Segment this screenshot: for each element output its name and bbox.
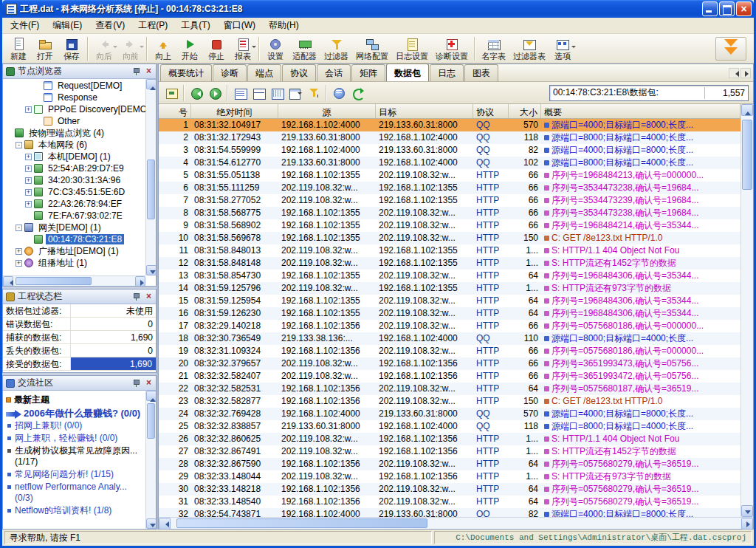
restore-button[interactable]: [719, 1, 735, 16]
dropdown-arrow-icon[interactable]: [571, 46, 576, 50]
tree-item[interactable]: 组播地址 (1): [3, 257, 145, 269]
packet-row[interactable]: 2908:32:33.148044202.119.108.32:w...192.…: [159, 470, 740, 483]
tree-item[interactable]: Other: [3, 115, 145, 127]
topic-link[interactable]: Netflow的培训资料! (1/8): [6, 505, 144, 516]
packet-row[interactable]: 2208:32:32.582531192.168.1.102:1356202.1…: [159, 383, 740, 395]
packet-row[interactable]: 2308:32:32.582877192.168.1.102:1356202.1…: [159, 395, 740, 408]
tree-expander-icon[interactable]: [16, 248, 22, 255]
dropdown-arrow-icon[interactable]: [140, 46, 144, 50]
columns-button[interactable]: [287, 85, 303, 101]
filter-table-button[interactable]: 过滤器表: [509, 35, 549, 62]
menu-item[interactable]: 工具(T): [174, 17, 216, 34]
packet-row[interactable]: 308:31:54.559999192.168.1.102:4000219.13…: [159, 144, 740, 157]
report-button[interactable]: 报表: [230, 35, 256, 62]
scroll-left-icon[interactable]: [159, 518, 171, 530]
menu-item[interactable]: 窗口(W): [217, 17, 262, 34]
column-header-5[interactable]: 大小: [509, 104, 541, 118]
scroll-right-icon[interactable]: [135, 276, 145, 286]
network-config-button[interactable]: 网络配置: [352, 35, 392, 62]
topic-link[interactable]: 生成树协议极其常见故障原因... (1/17): [6, 445, 144, 467]
table-horizontal-scrollbar[interactable]: [159, 517, 753, 529]
scroll-down-icon[interactable]: [741, 505, 753, 517]
topic-link[interactable]: 2006年做什么最赚钱? (0/0): [6, 408, 144, 419]
nav-back-button[interactable]: [188, 85, 205, 101]
tree-horizontal-scrollbar[interactable]: [3, 275, 145, 286]
tab-协议[interactable]: 协议: [282, 64, 316, 81]
tab-矩阵[interactable]: 矩阵: [351, 64, 385, 81]
tree-item[interactable]: 网关[DEMO] (1): [3, 222, 145, 233]
packet-row[interactable]: 808:31:58.568775192.168.1.102:1355202.11…: [159, 207, 740, 219]
tree-item[interactable]: PPPoE Discovery[DEMO]: [3, 103, 145, 115]
scroll-up-icon[interactable]: [146, 79, 156, 89]
column-header-1[interactable]: 绝对时间: [191, 104, 278, 118]
tree-item[interactable]: 本地网段 (6): [3, 139, 145, 151]
packet-row[interactable]: 908:31:58.568902192.168.1.102:1355202.11…: [159, 219, 740, 232]
tab-端点[interactable]: 端点: [247, 64, 281, 81]
packet-row[interactable]: 3008:32:33.148218192.168.1.102:1356202.1…: [159, 483, 740, 496]
column-header-3[interactable]: 目标: [376, 104, 473, 118]
nav-forward-button[interactable]: [207, 85, 223, 101]
name-table-button[interactable]: 名字表: [478, 35, 509, 62]
scroll-left-icon[interactable]: [3, 276, 13, 286]
column-header-2[interactable]: 源: [278, 104, 376, 118]
tab-会话[interactable]: 会话: [317, 64, 351, 81]
up-button[interactable]: 向上: [150, 35, 176, 62]
panel-close-icon[interactable]: [144, 292, 154, 301]
tree-expander-icon[interactable]: [25, 177, 32, 184]
packet-row[interactable]: 108:31:32.104917192.168.1.102:4000219.13…: [159, 119, 740, 131]
topic-link[interactable]: 常见网络问题分析! (1/15): [6, 469, 144, 480]
tree-item[interactable]: 广播地址[DEMO] (1): [3, 245, 145, 257]
packet-row[interactable]: 1308:31:58.854730192.168.1.102:1355202.1…: [159, 270, 740, 282]
pin-icon[interactable]: [132, 292, 140, 301]
tree-expander-icon[interactable]: [16, 142, 22, 148]
tree-item[interactable]: 7E:FA:67:93:02:7E: [3, 210, 145, 222]
menu-item[interactable]: 文件(F): [4, 17, 46, 34]
packet-row[interactable]: 2108:32:32.582407202.119.108.32:w...192.…: [159, 370, 740, 383]
panel-close-icon[interactable]: [144, 66, 154, 76]
packet-row[interactable]: 3108:32:33.148540192.168.1.102:1356202.1…: [159, 496, 740, 508]
tree-item[interactable]: 7C:C3:45:51:5E:6D: [3, 186, 145, 198]
tree-item[interactable]: Request[DEMO]: [3, 80, 145, 92]
open-folder-button[interactable]: 打开: [32, 35, 58, 62]
tree-expander-icon[interactable]: [25, 165, 32, 172]
packet-row[interactable]: 1608:31:59.126230192.168.1.102:1355202.1…: [159, 307, 740, 320]
tab-日志[interactable]: 日志: [430, 64, 464, 81]
packet-row[interactable]: 1108:31:58.848013202.119.108.32:w...192.…: [159, 244, 740, 257]
packet-row[interactable]: 608:31:55.111259202.119.108.32:w...192.1…: [159, 182, 740, 194]
packet-row[interactable]: 2408:32:32.769428192.168.1.102:4000219.1…: [159, 408, 740, 420]
stop-button[interactable]: 停止: [203, 35, 230, 62]
detail-view-button[interactable]: [250, 85, 267, 101]
packet-row[interactable]: 1908:32:31.109324192.168.1.102:1356202.1…: [159, 345, 740, 357]
packet-row[interactable]: 1008:31:58.569678192.168.1.102:1355202.1…: [159, 232, 740, 244]
tree-expander-icon[interactable]: [16, 225, 22, 231]
packet-row[interactable]: 1408:31:59.125796202.119.108.32:w...192.…: [159, 282, 740, 295]
dropdown-arrow-icon[interactable]: [252, 46, 256, 50]
diagnosis-settings-button[interactable]: 诊断设置: [432, 35, 472, 62]
packet-row[interactable]: 2808:32:32.867590192.168.1.102:1356202.1…: [159, 458, 740, 470]
scroll-right-icon[interactable]: [741, 518, 753, 530]
filter-button[interactable]: [306, 85, 322, 101]
table-vertical-scrollbar[interactable]: [740, 104, 753, 517]
settings-button[interactable]: 设置: [262, 35, 289, 62]
export-button[interactable]: [163, 85, 179, 101]
start-button[interactable]: 开始: [176, 35, 203, 62]
log-settings-button[interactable]: 日志设置: [392, 35, 432, 62]
column-header-4[interactable]: 协议: [473, 104, 509, 118]
tab-图表[interactable]: 图表: [464, 64, 498, 81]
tree-expander-icon[interactable]: [25, 201, 32, 208]
packet-row[interactable]: 1208:31:58.848148202.119.108.32:w...192.…: [159, 257, 740, 270]
packet-row[interactable]: 2008:32:32.379657202.119.108.32:w...192.…: [159, 357, 740, 370]
tree-item[interactable]: 34:20:30:31:3A:96: [3, 174, 145, 186]
topic-link[interactable]: netflow Performance Analy... (0/3): [6, 482, 144, 504]
minimize-button[interactable]: [702, 1, 718, 16]
scroll-down-icon[interactable]: [146, 265, 156, 275]
list-view-button[interactable]: [232, 85, 248, 101]
packet-row[interactable]: 1508:31:59.125954192.168.1.102:1355202.1…: [159, 295, 740, 307]
tab-诊断[interactable]: 诊断: [213, 64, 247, 81]
tab-scroll-right-icon[interactable]: [740, 68, 751, 78]
tree-expander-icon[interactable]: [16, 260, 22, 267]
packet-row[interactable]: 3208:32:54.743871192.168.1.102:4000219.1…: [159, 508, 740, 517]
tree-item[interactable]: 22:A3:26:78:94:EF: [3, 198, 145, 210]
scroll-thumb[interactable]: [147, 403, 155, 439]
community-vertical-scrollbar[interactable]: [145, 391, 156, 529]
